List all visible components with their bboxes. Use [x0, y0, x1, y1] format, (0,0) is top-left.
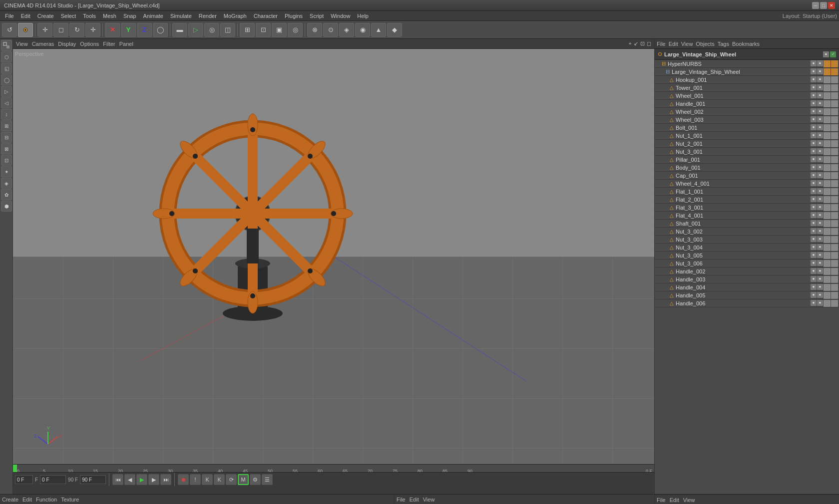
om-item-body[interactable]: △ Body_001 ● ●: [655, 164, 839, 172]
tb-add-button[interactable]: ✛: [37, 23, 52, 37]
end-frame-input[interactable]: [80, 475, 106, 484]
menu-select[interactable]: Select: [58, 12, 79, 20]
om-item-handle001[interactable]: △ Handle_001 ● ●: [655, 100, 839, 108]
attr-menu-view[interactable]: View: [423, 497, 435, 503]
om-item-flat2[interactable]: △ Flat_2_001 ● ●: [655, 196, 839, 204]
vp-menu-view[interactable]: View: [16, 41, 28, 47]
vp-icon-arrow[interactable]: ↙: [634, 40, 638, 47]
lt-hex[interactable]: ⬢: [1, 201, 12, 212]
tb-add2-button[interactable]: ✛: [85, 23, 100, 37]
tb-camera-button[interactable]: ◎: [204, 23, 219, 37]
menu-edit[interactable]: Edit: [18, 12, 33, 20]
om-bottom-menu-edit[interactable]: Edit: [670, 497, 679, 503]
om-menu-file[interactable]: File: [657, 41, 666, 47]
lt-flower[interactable]: ✿: [1, 189, 12, 200]
tl-first-frame[interactable]: ⏮: [112, 474, 123, 485]
menu-character[interactable]: Character: [251, 12, 281, 20]
tl-sync-btn[interactable]: ⟳: [226, 474, 237, 485]
tb-x-button[interactable]: ✕: [105, 23, 120, 37]
tl-motion-btn[interactable]: M: [238, 474, 249, 485]
tb-y-button[interactable]: Y: [121, 23, 136, 37]
lt-arrow[interactable]: ▷: [1, 86, 12, 97]
menu-window[interactable]: Window: [328, 12, 353, 20]
tb-light-button[interactable]: ◉: [355, 23, 370, 37]
tb-tex-button[interactable]: ▣: [272, 23, 287, 37]
om-item-nut2[interactable]: △ Nut_2_001 ● ●: [655, 140, 839, 148]
menu-simulate[interactable]: Simulate: [167, 12, 195, 20]
om-item-handle002[interactable]: △ Handle_002 ● ●: [655, 267, 839, 275]
om-header-ctrl-2[interactable]: ✓: [830, 51, 836, 57]
om-item-handle006[interactable]: △ Handle_006 ● ●: [655, 299, 839, 307]
om-item-handle003[interactable]: △ Handle_003 ● ●: [655, 275, 839, 283]
tb-render2-button[interactable]: ⊙: [323, 23, 338, 37]
om-item-nut3-002[interactable]: △ Nut_3_002 ● ●: [655, 228, 839, 236]
lt-back[interactable]: ◁: [1, 97, 12, 108]
mat-menu-texture[interactable]: Texture: [61, 497, 79, 503]
tl-key2-btn[interactable]: K: [214, 474, 225, 485]
vp-menu-filter[interactable]: Filter: [103, 41, 115, 47]
lt-scale[interactable]: ◱: [1, 63, 12, 74]
om-item-pillar[interactable]: △ Pillar_001 ● ●: [655, 156, 839, 164]
om-item-shaft[interactable]: △ Shaft_001 ● ●: [655, 220, 839, 228]
tb-circle-button[interactable]: ◯: [153, 23, 168, 37]
tb-cam2-button[interactable]: ◫: [220, 23, 235, 37]
tb-obj-button[interactable]: ◆: [387, 23, 402, 37]
lt-minus[interactable]: ⊟: [1, 132, 12, 143]
om-bottom-menu-view[interactable]: View: [683, 497, 695, 503]
om-menu-bookmarks[interactable]: Bookmarks: [732, 41, 760, 47]
tb-mat-button[interactable]: ◎: [288, 23, 303, 37]
vp-menu-panel[interactable]: Panel: [119, 41, 133, 47]
om-menu-edit[interactable]: Edit: [669, 41, 678, 47]
frame-range-input[interactable]: [40, 475, 66, 484]
menu-file[interactable]: File: [2, 12, 17, 20]
om-item-main-group[interactable]: ⊟ Large_Vintage_Ship_Wheel ● ●: [655, 68, 839, 76]
maximize-button[interactable]: □: [820, 2, 827, 9]
vp-icon-plus[interactable]: +: [629, 40, 632, 47]
tb-rotate-button[interactable]: ↻: [69, 23, 84, 37]
tb-grid-button[interactable]: ⊞: [240, 23, 255, 37]
tb-render-button[interactable]: ⊗: [307, 23, 322, 37]
mat-menu-create[interactable]: Create: [2, 497, 18, 503]
menu-render[interactable]: Render: [196, 12, 220, 20]
menu-tools[interactable]: Tools: [80, 12, 99, 20]
vp-icon-sq[interactable]: ⊡: [640, 40, 645, 47]
om-header-ctrl-1[interactable]: ●: [823, 51, 829, 57]
om-item-tower[interactable]: △ Tower_001 ● ●: [655, 84, 839, 92]
vp-menu-display[interactable]: Display: [58, 41, 76, 47]
om-item-wheel4[interactable]: △ Wheel_4_001 ● ●: [655, 180, 839, 188]
om-item-cap[interactable]: △ Cap_001 ● ●: [655, 172, 839, 180]
lt-square[interactable]: ⊡: [1, 155, 12, 166]
undo-button[interactable]: ↺: [2, 23, 17, 37]
menu-create[interactable]: Create: [34, 12, 57, 20]
tl-key-btn[interactable]: K: [202, 474, 213, 485]
om-item-bolt001[interactable]: △ Bolt_001 ● ●: [655, 124, 839, 132]
om-bottom-menu-file[interactable]: File: [657, 497, 666, 503]
current-frame-input[interactable]: [15, 475, 33, 484]
om-item-nut3-006[interactable]: △ Nut_3_006 ● ●: [655, 259, 839, 267]
om-item-wheel001[interactable]: △ Wheel_001 ● ●: [655, 92, 839, 100]
tb-cube-button[interactable]: ◻: [53, 23, 68, 37]
tb-play-button[interactable]: ▷: [188, 23, 203, 37]
om-item-hookup[interactable]: △ Hookup_001 ● ●: [655, 76, 839, 84]
minimize-button[interactable]: ─: [812, 2, 819, 9]
tl-play-button[interactable]: ▶: [136, 474, 147, 485]
menu-mesh[interactable]: Mesh: [100, 12, 119, 20]
om-item-nut3-005[interactable]: △ Nut_3_005 ● ●: [655, 252, 839, 259]
menu-plugins[interactable]: Plugins: [282, 12, 306, 20]
om-item-nut3-001[interactable]: △ Nut_3_001 ● ●: [655, 148, 839, 156]
om-menu-view[interactable]: View: [681, 41, 693, 47]
tl-prev-frame[interactable]: ◀: [124, 474, 135, 485]
tb-z-button[interactable]: Z: [137, 23, 152, 37]
lt-star[interactable]: ✦: [1, 166, 12, 177]
tl-next-frame[interactable]: ▶: [148, 474, 159, 485]
tb-grid2-button[interactable]: ⊡: [256, 23, 271, 37]
close-button[interactable]: ✕: [828, 2, 835, 9]
om-item-flat3[interactable]: △ Flat_3_001 ● ●: [655, 204, 839, 212]
menu-help[interactable]: Help: [354, 12, 372, 20]
om-item-wheel002[interactable]: △ Wheel_002 ● ●: [655, 108, 839, 116]
tl-extra-btn[interactable]: ☰: [262, 474, 273, 485]
lt-cross[interactable]: ⊠: [1, 143, 12, 154]
vp-menu-options[interactable]: Options: [80, 41, 99, 47]
om-menu-tags[interactable]: Tags: [718, 41, 729, 47]
tb-scene-button[interactable]: ▲: [371, 23, 386, 37]
